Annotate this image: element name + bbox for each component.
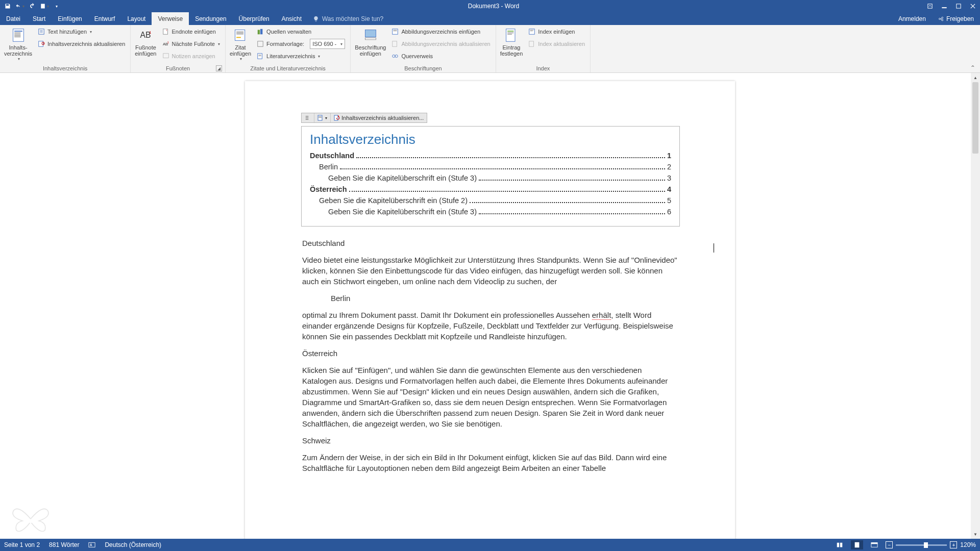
toc-leader — [356, 157, 665, 158]
tab-file[interactable]: Datei — [0, 12, 27, 25]
scroll-up-icon[interactable]: ▲ — [971, 73, 980, 82]
page[interactable]: ▾ Inhaltsverzeichnis aktualisieren... In… — [245, 81, 735, 539]
toc-entry[interactable]: Österreich4 — [310, 185, 671, 193]
toc-field-toolbar: ▾ Inhaltsverzeichnis aktualisieren... — [301, 113, 427, 123]
add-text-button[interactable]: Text hinzufügen▾ — [35, 26, 127, 37]
toc-entry[interactable]: Geben Sie die Kapitelüberschrift ein (St… — [310, 196, 671, 205]
toc-title: Inhaltsverzeichnis — [310, 132, 671, 147]
update-index-button: Index aktualisieren — [526, 38, 587, 49]
toc-label: Inhalts- verzeichnis — [4, 44, 32, 57]
svg-rect-2 — [957, 4, 961, 8]
manage-sources-button[interactable]: Quellen verwalten — [254, 26, 347, 37]
insert-footnote-button[interactable]: AB1 Fußnote einfügen — [134, 26, 157, 57]
minimize-icon[interactable] — [937, 1, 951, 11]
save-icon[interactable] — [2, 1, 13, 11]
tab-start[interactable]: Start — [27, 12, 52, 25]
cross-ref-icon — [391, 52, 399, 60]
insert-endnote-button[interactable]: iEndnote einfügen — [160, 26, 222, 37]
maximize-icon[interactable] — [951, 1, 966, 11]
group-label-toc: Inhaltsverzeichnis — [3, 65, 127, 72]
tab-ansicht[interactable]: Ansicht — [276, 12, 308, 25]
tab-ueberpruefen[interactable]: Überprüfen — [233, 12, 276, 25]
group-label-footnotes: Fußnoten◢ — [134, 65, 222, 72]
close-icon[interactable] — [966, 1, 980, 11]
svg-text:1: 1 — [149, 30, 151, 35]
zoom-out-button[interactable]: − — [886, 541, 893, 548]
toc-field-handle[interactable] — [302, 113, 314, 122]
insert-index-icon — [528, 28, 536, 36]
vertical-scrollbar[interactable]: ▲ ▼ — [971, 73, 980, 539]
svg-rect-30 — [365, 38, 376, 40]
svg-rect-58 — [871, 543, 877, 544]
footnotes-dialog-launcher[interactable]: ◢ — [216, 65, 222, 71]
toc-entry[interactable]: Deutschland1 — [310, 152, 671, 160]
insert-figures-table-button[interactable]: Abbildungsverzeichnis einfügen — [389, 26, 492, 37]
svg-point-35 — [393, 55, 395, 57]
toc-field[interactable]: Inhaltsverzeichnis Deutschland1Berlin2Ge… — [301, 126, 680, 227]
sign-in-button[interactable]: Anmelden — [892, 12, 932, 25]
group-label-citations: Zitate und Literaturverzeichnis — [229, 65, 347, 72]
mark-entry-button[interactable]: Eintrag festlegen — [499, 26, 524, 57]
proofing-button[interactable] — [88, 541, 95, 548]
toc-field-menu[interactable]: ▾ — [314, 113, 331, 122]
add-text-icon — [37, 28, 45, 36]
redo-icon[interactable] — [27, 1, 38, 11]
touch-mode-icon[interactable]: ▾ — [39, 1, 50, 11]
bibliography-button[interactable]: Literaturverzeichnis▾ — [254, 51, 347, 62]
svg-text:i: i — [166, 29, 166, 32]
svg-rect-25 — [258, 41, 263, 47]
toc-entry[interactable]: Geben Sie die Kapitelüberschrift ein (St… — [310, 174, 671, 182]
window-controls — [923, 1, 980, 11]
zoom-level[interactable]: 120% — [960, 541, 976, 548]
toc-leader — [340, 168, 665, 169]
zoom-in-button[interactable]: + — [950, 541, 957, 548]
tab-layout[interactable]: Layout — [121, 12, 152, 25]
tab-einfuegen[interactable]: Einfügen — [52, 12, 88, 25]
svg-rect-6 — [14, 34, 20, 34]
svg-rect-55 — [89, 543, 95, 547]
toc-update-button[interactable]: Inhaltsverzeichnis aktualisieren... — [331, 113, 427, 122]
language-button[interactable]: Deutsch (Österreich) — [105, 541, 161, 548]
scrollbar-thumb[interactable] — [972, 82, 978, 154]
cross-reference-button[interactable]: Querverweis — [389, 51, 492, 62]
citation-style-combo[interactable]: ISO 690 -▾ — [310, 39, 345, 49]
svg-rect-22 — [236, 37, 241, 38]
insert-caption-button[interactable]: Beschriftung einfügen — [354, 26, 387, 57]
svg-rect-18 — [163, 54, 168, 58]
toc-icon — [10, 27, 27, 43]
ribbon-options-icon[interactable] — [923, 1, 937, 11]
svg-rect-20 — [236, 32, 243, 33]
insert-index-button[interactable]: Index einfügen — [526, 26, 587, 37]
collapse-ribbon-icon[interactable]: ˆ — [968, 65, 978, 73]
zoom-track[interactable] — [896, 544, 947, 546]
tell-me-placeholder: Was möchten Sie tun? — [322, 15, 383, 22]
undo-icon[interactable]: ▾ — [14, 1, 26, 11]
svg-point-45 — [306, 116, 307, 117]
svg-rect-29 — [365, 30, 376, 37]
butterfly-watermark — [10, 501, 51, 537]
svg-rect-56 — [855, 542, 860, 548]
tab-verweise[interactable]: Verweise — [152, 12, 189, 25]
page-count[interactable]: Seite 1 von 2 — [4, 541, 40, 548]
toc-button[interactable]: Inhalts- verzeichnis ▾ — [3, 26, 33, 61]
toc-entry-page: 2 — [667, 163, 671, 171]
web-layout-icon[interactable] — [868, 540, 880, 549]
tell-me-search[interactable]: Was möchten Sie tun? — [308, 12, 892, 25]
insert-citation-button[interactable]: Zitat einfügen ▾ — [229, 26, 252, 61]
scroll-down-icon[interactable]: ▼ — [971, 530, 980, 539]
zoom-handle[interactable] — [924, 542, 928, 548]
status-bar: Seite 1 von 2 881 Wörter Deutsch (Österr… — [0, 539, 980, 551]
word-count[interactable]: 881 Wörter — [49, 541, 79, 548]
read-mode-icon[interactable] — [834, 540, 846, 549]
toc-entry[interactable]: Berlin2 — [310, 163, 671, 171]
update-toc-button[interactable]: Inhaltsverzeichnis aktualisieren — [35, 38, 127, 49]
next-footnote-button[interactable]: AB1Nächste Fußnote▾ — [160, 38, 222, 49]
page-content: Inhaltsverzeichnis Deutschland1Berlin2Ge… — [245, 81, 735, 473]
print-layout-icon[interactable] — [851, 540, 863, 549]
spelling-error[interactable]: erhält — [592, 311, 611, 320]
qat-customize-icon[interactable]: ▾ — [51, 1, 62, 11]
tab-entwurf[interactable]: Entwurf — [88, 12, 121, 25]
tab-sendungen[interactable]: Sendungen — [189, 12, 232, 25]
toc-entry[interactable]: Geben Sie die Kapitelüberschrift ein (St… — [310, 208, 671, 216]
share-button[interactable]: Freigeben — [932, 12, 980, 25]
